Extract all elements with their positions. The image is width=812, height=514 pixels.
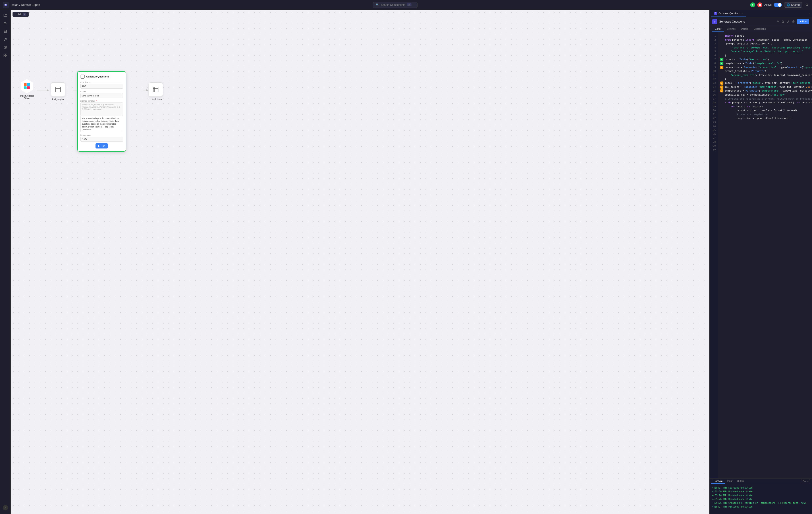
svg-rect-22 xyxy=(153,87,158,92)
field-prompt-template: prompt_template Template for prompt, e.g… xyxy=(80,100,123,132)
play-button[interactable] xyxy=(750,2,755,7)
node-corpus-box xyxy=(51,82,65,97)
search-icon: 🔍 xyxy=(376,3,379,6)
edit-title-button[interactable]: ✎ xyxy=(777,20,779,23)
subtab-settings[interactable]: Settings xyxy=(724,26,738,32)
subtab-details[interactable]: Details xyxy=(738,26,751,32)
code-line-12: △connection = Parameter("connection", ty… xyxy=(718,65,812,70)
code-line-13: prompt_template = Parameter( xyxy=(718,69,812,73)
code-editor[interactable]: 1 2 3 4 5 6 7 8 9 10 11 12 13 14 15 16 1… xyxy=(709,32,812,478)
help-button[interactable]: ? xyxy=(3,505,8,510)
delete-button[interactable]: 🗑 xyxy=(791,19,796,24)
node-run-button[interactable]: ▶ Run xyxy=(95,143,108,148)
svg-point-3 xyxy=(4,30,7,31)
add-button[interactable]: + Add A xyxy=(12,11,29,17)
stop-button[interactable] xyxy=(757,2,762,7)
field-temp-value[interactable]: 0.75 xyxy=(80,137,123,141)
code-line-10: ≡completions = Table("completions", "w") xyxy=(718,61,812,65)
node-import-airtable[interactable]: Import AirtableTable xyxy=(20,79,34,100)
topbar-right: Active 🌐 Shared ⚙ xyxy=(750,2,809,8)
console-tab-input[interactable]: Input xyxy=(725,479,734,484)
field-model-label: model xyxy=(80,90,123,93)
console-output: 4:05:17 PM: Starting execution 4:05:20 P… xyxy=(709,484,812,514)
field-temp-label: temperature xyxy=(80,134,123,136)
code-line-1: import openai xyxy=(718,34,812,38)
active-toggle[interactable] xyxy=(774,3,782,7)
code-line-9: ≡prompts = Table("text_corpus") xyxy=(718,58,812,62)
search-components-button[interactable]: 🔍 Search Components ⌘ xyxy=(373,2,417,8)
sidebar-item-grid[interactable] xyxy=(2,52,9,59)
node-corpus-label: text_corpus xyxy=(52,98,64,101)
svg-rect-5 xyxy=(4,54,5,55)
code-line-14: "prompt_template", type=str, description… xyxy=(718,73,812,77)
node-text-corpus[interactable]: text_corpus xyxy=(51,82,65,101)
console-tab-console[interactable]: Console xyxy=(712,479,725,484)
panel-expand-button[interactable]: » xyxy=(808,11,810,15)
topbar: cstan / Domain Expert 🔍 Search Component… xyxy=(0,0,812,10)
app-logo xyxy=(3,2,9,8)
node-completions[interactable]: completions xyxy=(149,82,163,101)
docs-button[interactable]: Docs xyxy=(801,479,810,483)
code-line-4: _prompt_template_description = { xyxy=(718,42,812,46)
field-max-tokens-value[interactable]: 200 xyxy=(80,84,123,89)
node-completions-box xyxy=(149,82,163,97)
sidebar-item-history[interactable] xyxy=(2,44,9,51)
code-line-6: "where `message` is a field in the input… xyxy=(718,50,812,54)
console-tabs: Console Input Output Docs xyxy=(709,479,812,484)
svg-rect-13 xyxy=(27,83,30,86)
svg-rect-15 xyxy=(27,86,30,89)
svg-rect-12 xyxy=(24,83,27,86)
undo-button[interactable]: ↺ xyxy=(786,19,790,24)
tab-close-button[interactable]: × xyxy=(742,12,743,15)
breadcrumb: cstan / Domain Expert xyxy=(11,3,40,6)
gutter-icon-10: ≡ xyxy=(720,62,723,65)
panel-tab-generate[interactable]: P Generate Questions × xyxy=(712,10,746,17)
svg-rect-8 xyxy=(6,56,7,57)
svg-rect-19 xyxy=(81,75,84,78)
sidebar-item-database[interactable] xyxy=(2,28,9,35)
code-line-29: # create a completion xyxy=(718,112,812,116)
svg-rect-6 xyxy=(6,54,7,55)
plus-icon: + xyxy=(15,13,17,16)
node-import-hex xyxy=(20,79,34,93)
sidebar: ? xyxy=(0,10,11,514)
copy-button[interactable]: ⧉ xyxy=(781,19,785,24)
search-label: Search Components xyxy=(381,3,405,6)
node-completions-label: completions xyxy=(150,98,162,101)
field-prompt-content[interactable]: You are reviewing the documentation for … xyxy=(80,116,123,132)
code-line-15: ) xyxy=(718,77,812,81)
code-line-23: # Consume the records as a stream, rolli… xyxy=(718,97,812,101)
code-line-27: prompt = prompt_template.format(**record… xyxy=(718,109,812,112)
console-log-1: 4:05:17 PM: Starting execution xyxy=(712,486,809,490)
code-line-2: from patterns import Parameter, State, T… xyxy=(718,38,812,42)
code-line-5: "Template for prompt, e.g. 'Question: {m… xyxy=(718,46,812,50)
gutter-icon-18: △ xyxy=(720,85,723,89)
run-button[interactable]: ▶ Run xyxy=(797,19,809,24)
code-line-17: △model = Parameter("model", type=str, de… xyxy=(718,81,812,85)
subtab-executions[interactable]: Executions xyxy=(751,26,768,32)
code-line-24: with prompts.as_stream().consume_with_ro… xyxy=(718,101,812,105)
editor-subtabs: Editor Settings Details Executions xyxy=(709,26,812,32)
code-line-21: openai.api_key = connection.get("api_key… xyxy=(718,93,812,97)
svg-marker-0 xyxy=(752,4,754,6)
code-content[interactable]: import openai from patterns import Param… xyxy=(718,32,812,478)
sidebar-item-key[interactable] xyxy=(2,20,9,27)
node-import-label: Import AirtableTable xyxy=(20,95,34,100)
gutter-icon-17: △ xyxy=(720,81,723,85)
node-generate-questions[interactable]: Generate Questions max_tokens 200 model … xyxy=(77,71,126,152)
sidebar-item-folder[interactable] xyxy=(2,11,9,19)
console-tab-output[interactable]: Output xyxy=(735,479,747,484)
editor-actions: ⧉ ↺ 🗑 ▶ Run xyxy=(781,19,809,24)
field-model-value[interactable]: text-davinci-003 xyxy=(80,93,123,98)
code-line-19: △temperature = Parameter("temperature", … xyxy=(718,89,812,93)
subtab-editor[interactable]: Editor xyxy=(712,26,724,32)
editor-icon: P xyxy=(712,19,717,24)
sidebar-item-link[interactable] xyxy=(2,36,9,43)
console-log-6: 4:05:27 PM: Finished execution xyxy=(712,505,809,509)
canvas-area[interactable]: + Add A xyxy=(11,10,709,514)
panel-tab-icon: P xyxy=(714,11,717,15)
active-label: Active xyxy=(764,3,772,6)
shared-button[interactable]: 🌐 Shared xyxy=(784,2,802,7)
settings-button[interactable]: ⚙ xyxy=(805,2,809,8)
console-log-3: 4:05:24 PM: Updated node state xyxy=(712,493,809,497)
